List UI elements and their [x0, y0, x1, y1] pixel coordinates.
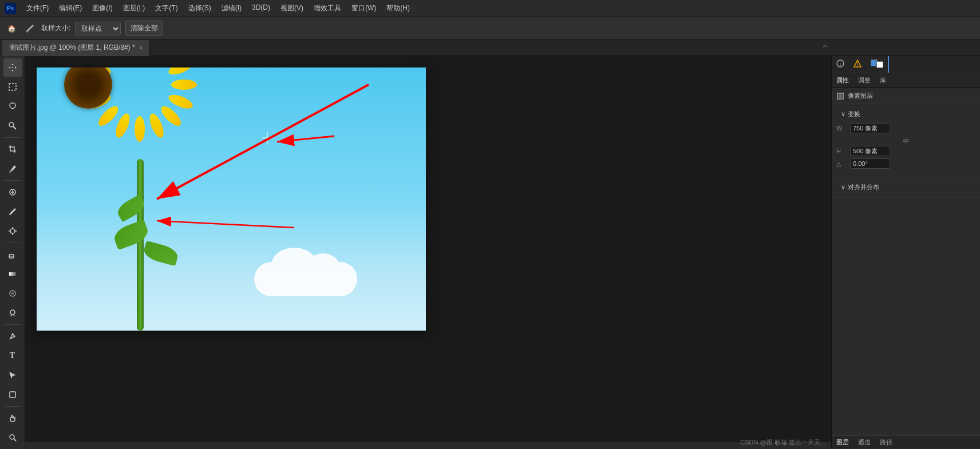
menu-type[interactable]: 文字(T) [151, 1, 182, 15]
transform-fields: W ∞ H △ [836, 121, 975, 173]
tab-filename: 测试图片.jpg @ 100% (图层 1, RGB/8#) * [9, 43, 135, 53]
layer-panel-tabs: 图层 通道 路径 [832, 435, 980, 449]
angle-input[interactable] [850, 158, 890, 169]
width-input[interactable] [850, 123, 890, 133]
csdn-watermark: CSDN @跟 耿瑞 签出一片天... [740, 438, 825, 447]
dodge-tool-button[interactable] [3, 304, 22, 322]
height-row: H [836, 146, 975, 156]
info-icon-tab[interactable]: i [832, 56, 849, 73]
eyedropper-options-icon[interactable] [23, 22, 37, 35]
properties-tab[interactable]: 属性 [832, 73, 853, 88]
home-icon[interactable]: 🏠 [5, 22, 18, 35]
menu-window[interactable]: 窗口(W) [347, 1, 381, 15]
tools-panel: T [0, 56, 25, 449]
brush-tool-button[interactable] [3, 202, 22, 221]
move-tool-button[interactable] [3, 58, 22, 77]
warning-icon: ! [853, 59, 862, 67]
svg-rect-10 [9, 272, 16, 276]
paths-tab[interactable]: 路径 [875, 436, 897, 449]
w-prop-label: W [836, 125, 847, 132]
shape-tool-button[interactable] [3, 386, 22, 404]
menu-3d[interactable]: 3D(D) [247, 1, 275, 15]
canvas-image [37, 67, 426, 331]
blur-tool-button[interactable] [3, 284, 22, 303]
menu-help[interactable]: 帮助(H) [382, 1, 414, 15]
properties-panel-container: i ! 属性 调整 库 像素图层 ∨ 变换 [831, 56, 980, 449]
sunflower-stem [137, 159, 144, 331]
transform-header[interactable]: ∨ 变换 [836, 108, 975, 121]
pen-tool-button[interactable] [3, 327, 22, 345]
h-prop-label: H [836, 148, 847, 154]
eyedropper-tool-button[interactable] [3, 160, 22, 178]
menu-items: 文件(F) 编辑(E) 图像(I) 图层(L) 文字(T) 选择(S) 滤镜(I… [22, 1, 414, 15]
chain-row: ∞ [836, 136, 975, 145]
swatch-pair-tab[interactable] [866, 56, 889, 73]
menu-edit[interactable]: 编辑(E) [54, 1, 86, 15]
type-tool-button[interactable]: T [3, 347, 22, 365]
svg-line-17 [14, 439, 16, 441]
channels-tab[interactable]: 通道 [853, 436, 875, 449]
svg-rect-1 [9, 84, 16, 90]
quick-select-tool-button[interactable] [3, 117, 22, 135]
layer-panel-bottom: 图层 通道 路径 [832, 435, 980, 449]
tool-separator-3 [5, 243, 21, 243]
angle-row: △ [836, 158, 975, 169]
hand-tool-button[interactable] [3, 409, 22, 427]
svg-point-4 [9, 171, 11, 173]
menu-filter[interactable]: 滤镜(I) [217, 1, 246, 15]
menu-view[interactable]: 视图(V) [276, 1, 308, 15]
svg-point-8 [10, 229, 15, 233]
transform-label: 变换 [848, 110, 860, 118]
marquee-tool-button[interactable] [3, 78, 22, 96]
svg-point-14 [11, 333, 13, 335]
crosshair-cursor [262, 132, 273, 144]
svg-point-2 [9, 122, 14, 127]
layer-type-label: 像素图层 [848, 92, 873, 100]
svg-point-12 [11, 292, 14, 295]
align-section: ∨ 对齐并分布 [832, 177, 980, 198]
svg-point-0 [26, 30, 28, 33]
healing-tool-button[interactable] [3, 183, 22, 201]
tool-separator-5 [5, 406, 21, 407]
clear-all-button[interactable]: 清除全部 [125, 21, 163, 36]
document-tab[interactable]: 测试图片.jpg @ 100% (图层 1, RGB/8#) * × [2, 40, 150, 56]
menu-plugins[interactable]: 增效工具 [309, 1, 346, 15]
warning-icon-tab[interactable]: ! [849, 56, 866, 73]
svg-line-3 [13, 126, 16, 129]
eraser-tool-button[interactable] [3, 245, 22, 264]
layers-tab[interactable]: 图层 [832, 436, 853, 449]
clone-tool-button[interactable] [3, 222, 22, 240]
adjustments-tab[interactable]: 调整 [853, 73, 875, 88]
tab-close-icon[interactable]: × [140, 45, 143, 51]
align-header[interactable]: ∨ 对齐并分布 [836, 181, 975, 194]
svg-rect-15 [10, 392, 15, 398]
options-toolbar: 🏠 取样大小: 取样点 清除全部 [0, 17, 980, 40]
menu-layer[interactable]: 图层(L) [118, 1, 150, 15]
pixel-layer-icon [836, 92, 844, 100]
menu-image[interactable]: 图像(I) [88, 1, 117, 15]
path-selection-tool-button[interactable] [3, 366, 22, 384]
menu-select[interactable]: 选择(S) [184, 1, 216, 15]
transform-collapse-icon: ∨ [841, 110, 845, 118]
chain-icon[interactable]: ∞ [903, 136, 909, 145]
layer-type-row: 像素图层 [832, 88, 980, 104]
zoom-tool-button[interactable] [3, 428, 22, 447]
right-icon-tabs: i ! [832, 56, 980, 73]
canvas-area[interactable] [25, 56, 843, 449]
libraries-tab[interactable]: 库 [875, 73, 891, 88]
ps-logo: Ps [5, 3, 16, 14]
horizontal-scrollbar[interactable] [25, 442, 836, 449]
svg-point-16 [10, 435, 14, 439]
svg-text:!: ! [857, 61, 859, 67]
transform-section: ∨ 变换 W ∞ H △ [832, 104, 980, 177]
crop-tool-button[interactable] [3, 140, 22, 158]
align-collapse-icon: ∨ [841, 184, 845, 191]
canvas-image-container[interactable] [37, 67, 426, 331]
lasso-tool-button[interactable] [3, 97, 22, 116]
gradient-tool-button[interactable] [3, 265, 22, 283]
sampling-size-select[interactable]: 取样点 [75, 22, 121, 35]
tool-separator-1 [5, 137, 21, 138]
svg-rect-31 [839, 94, 842, 98]
height-input[interactable] [850, 146, 890, 156]
menu-file[interactable]: 文件(F) [22, 1, 53, 15]
